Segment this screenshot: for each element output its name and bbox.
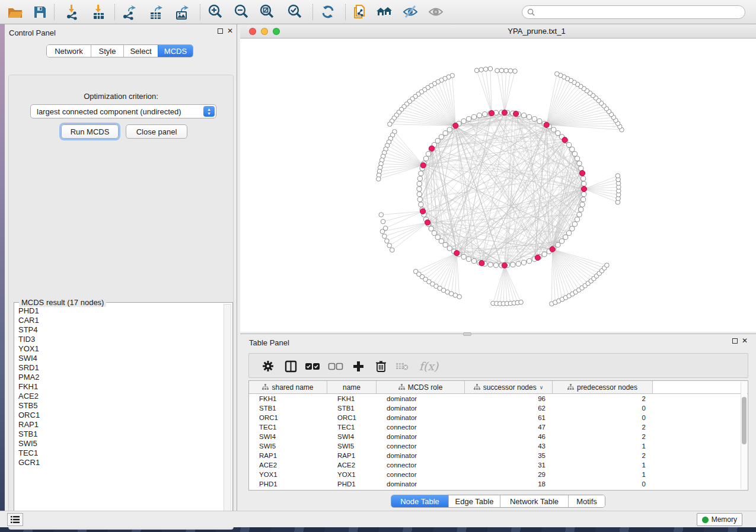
table-cell-name[interactable]: RAP1 bbox=[327, 452, 377, 459]
zoom-out-icon[interactable] bbox=[231, 2, 251, 22]
node-table[interactable]: shared namenameMCDS rolesuccessor nodes∨… bbox=[248, 380, 748, 491]
graph-node[interactable] bbox=[519, 300, 524, 305]
mcds-result-item[interactable]: RAP1 bbox=[15, 420, 223, 430]
table-cell-name[interactable]: SWI5 bbox=[327, 443, 377, 450]
graph-node[interactable] bbox=[432, 230, 436, 235]
graph-node[interactable] bbox=[467, 117, 471, 121]
graph-node[interactable] bbox=[471, 114, 476, 119]
mcds-result-item[interactable]: FKH1 bbox=[15, 382, 223, 392]
graph-node[interactable] bbox=[479, 68, 484, 72]
graph-node[interactable] bbox=[579, 207, 583, 212]
graph-node[interactable] bbox=[615, 174, 620, 178]
criterion-dropdown[interactable]: largest connected component (undirected)… bbox=[30, 104, 216, 118]
column-header-shared-name[interactable]: shared name bbox=[249, 381, 327, 394]
mcds-result-item[interactable]: SWI5 bbox=[15, 439, 223, 448]
graph-node[interactable] bbox=[488, 66, 493, 71]
table-cell-successor-nodes[interactable]: 35 bbox=[465, 452, 553, 459]
tab-network-table[interactable]: Network Table bbox=[500, 495, 568, 507]
table-cell-MCDS-role[interactable]: dominator bbox=[377, 414, 465, 421]
table-cell-shared-name[interactable]: PHD1 bbox=[249, 480, 327, 488]
table-cell-predecessor-nodes[interactable]: 2 bbox=[553, 424, 653, 431]
graph-node[interactable] bbox=[560, 239, 564, 243]
table-cell-predecessor-nodes[interactable]: 0 bbox=[553, 414, 653, 421]
graph-node[interactable] bbox=[447, 246, 452, 251]
table-cell-successor-nodes[interactable]: 18 bbox=[465, 480, 553, 488]
graph-node[interactable] bbox=[439, 134, 444, 139]
mcds-node[interactable] bbox=[420, 209, 426, 214]
graph-edge[interactable] bbox=[431, 149, 432, 229]
graph-node[interactable] bbox=[387, 243, 392, 248]
graph-edge[interactable] bbox=[553, 249, 576, 292]
graph-node[interactable] bbox=[377, 177, 381, 181]
sort-arrow-icon[interactable]: ∨ bbox=[540, 384, 544, 390]
table-cell-MCDS-role[interactable]: connector bbox=[377, 462, 465, 469]
table-row[interactable]: PHD1PHD1dominator180 bbox=[249, 479, 748, 489]
graph-node[interactable] bbox=[521, 260, 526, 265]
graph-node[interactable] bbox=[471, 259, 476, 264]
table-cell-successor-nodes[interactable]: 47 bbox=[465, 424, 553, 431]
float-panel-icon[interactable] bbox=[218, 28, 223, 34]
graph-node[interactable] bbox=[556, 242, 560, 247]
graph-node[interactable] bbox=[567, 230, 572, 235]
table-cell-MCDS-role[interactable]: dominator bbox=[377, 395, 465, 402]
table-cell-MCDS-role[interactable]: dominator bbox=[377, 452, 465, 459]
mcds-list-scrollbar[interactable] bbox=[224, 304, 231, 520]
table-cell-predecessor-nodes[interactable]: 1 bbox=[553, 443, 653, 450]
graph-edge[interactable] bbox=[436, 253, 457, 286]
mcds-node[interactable] bbox=[420, 163, 426, 168]
mcds-result-item[interactable]: CAR1 bbox=[15, 316, 223, 325]
graph-node[interactable] bbox=[516, 261, 521, 266]
graph-edge[interactable] bbox=[505, 265, 521, 302]
graph-node[interactable] bbox=[581, 176, 586, 181]
mcds-node[interactable] bbox=[429, 146, 435, 151]
graph-node[interactable] bbox=[435, 139, 440, 143]
import-table-icon[interactable] bbox=[89, 2, 109, 22]
graph-node[interactable] bbox=[582, 181, 586, 186]
export-network-icon[interactable] bbox=[119, 2, 139, 22]
graph-node[interactable] bbox=[426, 152, 431, 156]
table-cell-name[interactable]: YOX1 bbox=[327, 471, 377, 478]
hide-eye-icon[interactable] bbox=[400, 2, 420, 22]
graph-node[interactable] bbox=[381, 219, 385, 224]
graph-node[interactable] bbox=[511, 262, 515, 267]
graph-node[interactable] bbox=[382, 234, 387, 239]
mcds-result-item[interactable]: SWI4 bbox=[15, 354, 223, 363]
task-list-button[interactable] bbox=[7, 513, 23, 526]
zoom-fit-icon[interactable] bbox=[257, 2, 277, 22]
graph-node[interactable] bbox=[477, 113, 481, 118]
graph-node[interactable] bbox=[417, 197, 422, 202]
graph-edge[interactable] bbox=[477, 70, 492, 113]
graph-node[interactable] bbox=[577, 212, 582, 217]
mcds-node[interactable] bbox=[502, 262, 507, 268]
table-cell-MCDS-role[interactable]: dominator bbox=[377, 405, 465, 412]
table-cell-shared-name[interactable]: TEC1 bbox=[249, 424, 327, 431]
table-scrollbar-thumb[interactable] bbox=[742, 397, 747, 444]
graph-node[interactable] bbox=[447, 127, 452, 132]
graph-edge[interactable] bbox=[505, 265, 511, 303]
table-cell-name[interactable]: ACE2 bbox=[327, 462, 377, 469]
graph-node[interactable] bbox=[483, 67, 488, 72]
graph-node[interactable] bbox=[513, 69, 518, 73]
graph-edge[interactable] bbox=[481, 70, 492, 113]
mcds-node[interactable] bbox=[562, 137, 567, 143]
graph-node[interactable] bbox=[488, 262, 493, 267]
open-file-icon[interactable] bbox=[5, 2, 25, 22]
graph-edge[interactable] bbox=[382, 223, 428, 232]
mcds-result-item[interactable]: PHD1 bbox=[15, 306, 223, 316]
tab-edge-table[interactable]: Edge Table bbox=[448, 495, 500, 507]
graph-node[interactable] bbox=[417, 181, 422, 186]
table-row[interactable]: YOX1YOX1connector291 bbox=[249, 470, 748, 479]
mcds-result-item[interactable]: YOX1 bbox=[15, 344, 223, 354]
graph-edge[interactable] bbox=[553, 249, 559, 301]
table-cell-name[interactable]: STB1 bbox=[327, 405, 377, 412]
mcds-result-item[interactable]: PMA2 bbox=[15, 373, 223, 382]
mcds-node[interactable] bbox=[581, 186, 586, 191]
graph-node[interactable] bbox=[443, 242, 448, 247]
graph-node[interactable] bbox=[570, 226, 575, 231]
graph-node[interactable] bbox=[419, 171, 423, 176]
refresh-icon[interactable] bbox=[318, 2, 338, 22]
graph-edge[interactable] bbox=[497, 70, 505, 113]
graph-node[interactable] bbox=[474, 68, 479, 73]
mcds-node[interactable] bbox=[454, 251, 460, 256]
graph-node[interactable] bbox=[439, 239, 444, 243]
